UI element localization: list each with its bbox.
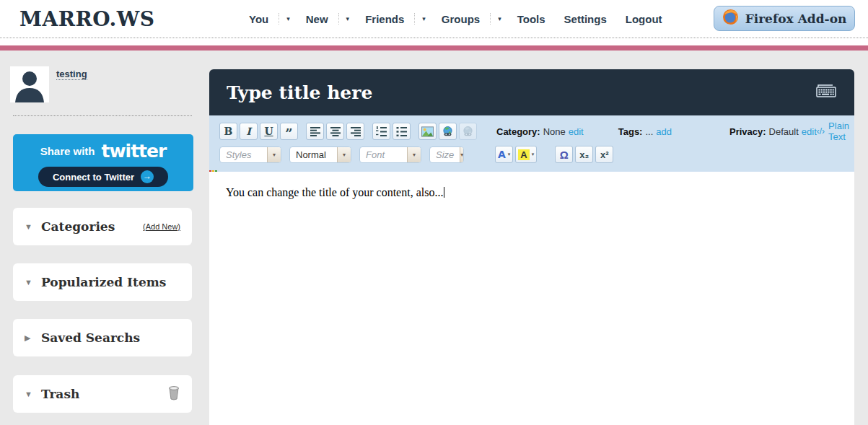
category-value: None (543, 126, 566, 137)
privacy-value: Default (769, 126, 799, 137)
chevron-down-icon[interactable]: ▾ (490, 13, 501, 25)
chevron-down-icon[interactable]: ▾ (338, 13, 350, 25)
triangle-right-icon[interactable]: ▶ (25, 333, 33, 343)
category-label: Category: (496, 126, 540, 137)
sidebar-section-popularized-items[interactable]: ▼ Popularized Items (13, 263, 192, 301)
section-label: Popularized Items (41, 275, 166, 289)
format-dropdown[interactable]: Normal ▾ (289, 146, 351, 163)
nav-item-tools[interactable]: Tools (517, 13, 545, 25)
bold-button[interactable]: B (219, 123, 237, 140)
plain-text-toggle[interactable]: ‹/› Plain Text (817, 121, 849, 142)
ordered-list-icon (375, 126, 387, 137)
align-left-button[interactable] (306, 123, 324, 140)
chevron-down-icon: ▾ (532, 152, 535, 157)
plain-text-label: Plain Text (828, 121, 849, 142)
unordered-list-button[interactable] (393, 123, 411, 140)
nav-item-logout[interactable]: Logout (626, 13, 662, 25)
nav-item-you[interactable]: You (249, 13, 268, 25)
tags-label: Tags: (618, 126, 643, 137)
firefox-addon-label: Firefox Add-on (745, 12, 847, 26)
section-label: Categories (41, 219, 115, 234)
blockquote-button[interactable]: ” (280, 123, 298, 140)
title-input[interactable]: Type title here (227, 82, 372, 103)
size-dropdown[interactable]: Size ▾ (429, 146, 464, 163)
highlight-color-button[interactable]: A ▾ (515, 146, 537, 163)
editor-content-text: You can change the title of your content… (226, 186, 443, 198)
privacy-meta: Privacy: Default edit (729, 126, 817, 137)
triangle-down-icon[interactable]: ▼ (25, 390, 33, 398)
firefox-addon-button[interactable]: Firefox Add-on (714, 6, 855, 31)
chevron-down-icon[interactable]: ▾ (407, 147, 421, 162)
user-avatar[interactable] (10, 66, 49, 102)
top-header: MARRO.WS You ▾ New ▾ Friends ▾ Groups ▾ … (0, 0, 868, 45)
editor-title-bar: Type title here (209, 69, 854, 115)
subscript-button[interactable]: x₂ (575, 146, 593, 163)
italic-button[interactable]: I (240, 123, 258, 140)
code-icon: ‹/› (817, 126, 825, 136)
nav-item-settings[interactable]: Settings (564, 13, 607, 25)
sidebar-section-trash[interactable]: ▼ Trash (13, 375, 192, 413)
twitter-share-widget[interactable]: Share with twitter Connect to Twitter → (13, 134, 193, 191)
chevron-down-icon[interactable]: ▾ (460, 147, 463, 162)
text-cursor (444, 187, 444, 198)
unlink-globe-icon (462, 126, 474, 137)
sidebar-section-categories[interactable]: ▼ Categories (Add New) (13, 208, 192, 245)
main-nav: You ▾ New ▾ Friends ▾ Groups ▾ Tools Set… (249, 0, 681, 38)
keyboard-icon[interactable] (815, 84, 837, 101)
insert-image-button[interactable] (418, 123, 437, 140)
section-label: Trash (41, 387, 79, 401)
editor-content-area[interactable]: You can change the title of your content… (209, 172, 854, 425)
section-label: Saved Searchs (41, 330, 140, 345)
sidebar-section-saved-searchs[interactable]: ▶ Saved Searchs (13, 319, 192, 356)
tags-value: ... (645, 126, 653, 137)
underline-button[interactable]: U (260, 123, 278, 140)
arrow-right-icon: → (141, 170, 154, 183)
triangle-down-icon[interactable]: ▼ (25, 222, 33, 231)
share-with-label: Share with (40, 145, 95, 157)
text-color-button[interactable]: A ▾ (495, 146, 513, 163)
font-dropdown[interactable]: Font ▾ (359, 146, 421, 163)
align-left-icon (310, 126, 321, 136)
nav-item-new[interactable]: New (306, 13, 328, 25)
firefox-icon (722, 9, 739, 28)
styles-dropdown[interactable]: Styles ▾ (219, 146, 281, 163)
align-right-icon (350, 126, 361, 136)
special-character-button[interactable]: Ω (555, 146, 573, 163)
chevron-down-icon: ▾ (508, 152, 511, 157)
chevron-down-icon[interactable]: ▾ (279, 13, 290, 25)
category-edit-link[interactable]: edit (569, 126, 584, 137)
superscript-button[interactable]: x² (595, 146, 613, 163)
chevron-down-icon[interactable]: ▾ (267, 147, 281, 162)
nav-item-friends[interactable]: Friends (365, 13, 404, 25)
twitter-logo: twitter (102, 141, 167, 162)
privacy-edit-link[interactable]: edit (802, 126, 817, 137)
align-center-icon (330, 126, 341, 136)
nav-item-groups[interactable]: Groups (442, 13, 480, 25)
unordered-list-icon (395, 126, 408, 137)
editor-toolbar: B I U ” Category: None edit (209, 115, 854, 172)
sidebar-divider (13, 115, 192, 116)
link-globe-icon (442, 126, 454, 137)
tags-meta: Tags: ... add (618, 126, 672, 137)
remove-link-button[interactable] (459, 123, 477, 140)
connect-twitter-button[interactable]: Connect to Twitter → (38, 167, 168, 187)
trash-icon[interactable] (167, 385, 180, 403)
triangle-down-icon[interactable]: ▼ (25, 278, 33, 286)
category-meta: Category: None edit (496, 126, 584, 137)
image-icon (421, 126, 434, 137)
align-center-button[interactable] (326, 123, 344, 140)
privacy-label: Privacy: (729, 126, 766, 137)
connect-twitter-label: Connect to Twitter (53, 172, 134, 183)
add-new-link[interactable]: (Add New) (143, 222, 180, 231)
insert-link-button[interactable] (439, 123, 457, 140)
accent-bar (0, 45, 868, 51)
ordered-list-button[interactable] (372, 123, 390, 140)
chevron-down-icon[interactable]: ▾ (414, 13, 426, 25)
header-divider (0, 38, 868, 38)
chevron-down-icon[interactable]: ▾ (337, 147, 351, 162)
site-logo[interactable]: MARRO.WS (19, 7, 154, 31)
tags-add-link[interactable]: add (656, 126, 672, 137)
align-right-button[interactable] (346, 123, 364, 140)
username-link[interactable]: testing (56, 69, 87, 80)
